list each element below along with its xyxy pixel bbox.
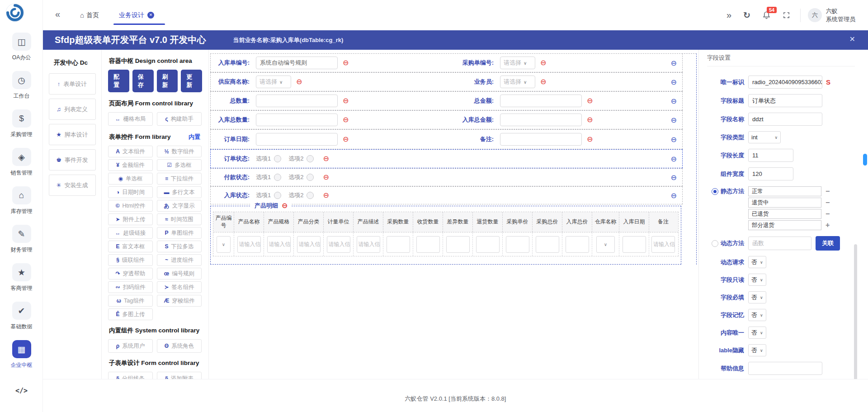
bool-setting-select[interactable]: 否 ∨ [748,309,766,321]
static-option-op-icon[interactable]: − [826,188,830,195]
field-name-input[interactable]: ddzt [748,113,822,126]
remove-field-icon[interactable]: ⊖ [587,136,593,143]
form-control-item[interactable]: ↷ 穿透帮助 [108,268,153,279]
table-cell[interactable] [473,232,503,256]
inbound-total-amount-input[interactable] [500,114,582,126]
cell-input[interactable] [623,236,646,253]
sidebar-item[interactable]: $ 采购管理 [11,109,33,138]
designer-close-icon[interactable]: ✕ [849,35,855,43]
form-control-item[interactable]: ½ 数字组件 [157,146,202,157]
bool-setting-select[interactable]: 否 ∨ [748,327,766,339]
table-cell[interactable] [533,232,562,256]
function-input[interactable]: 函数 [748,237,811,250]
remove-row-icon[interactable]: ⊖ [671,135,677,144]
remove-field-icon[interactable]: ⊖ [323,174,329,181]
refresh-button[interactable]: 刷新 [157,70,178,92]
radio-button[interactable] [274,174,281,181]
layout-item[interactable]: ↔ 栅格布局 [108,112,153,126]
form-control-item[interactable]: あ 文字显示 [157,200,202,212]
table-cell[interactable]: 请输入信息 [264,232,294,256]
inbound-total-qty-input[interactable] [256,114,338,126]
remove-field-icon[interactable]: ⊖ [540,59,546,66]
table-cell[interactable] [383,232,413,256]
table-cell[interactable]: 请输入信息 [324,232,354,256]
total-qty-input[interactable] [256,95,338,107]
form-control-item[interactable]: P 单图组件 [157,227,202,239]
window-scrollbar-thumb[interactable] [863,154,867,166]
static-option-input[interactable]: 已退货 [748,209,821,219]
tab-business-design[interactable]: 业务设计 ✕ [119,0,154,30]
table-cell[interactable]: ∨ [213,232,234,256]
form-row-warehouse-no[interactable]: 入库单编号: 系统自动编号规则 ⊖ 采购单编号: 请选择∨ ⊖ ⊖ [210,53,683,72]
static-method-radio[interactable] [712,188,718,195]
help-info-input[interactable] [748,362,822,375]
tab-home[interactable]: ⌂ 首页 [80,0,99,30]
form-control-item[interactable]: § 级联组件 [108,254,153,266]
dev-center-item[interactable]: ↑ 表单设计 [49,73,96,95]
cell-input[interactable] [387,236,410,253]
form-row-order-date[interactable]: 订单日期: ⊖ 备注: ⊖ ⊖ [210,129,683,149]
table-cell[interactable]: 请输入信息 [649,232,677,256]
code-icon[interactable]: </> [0,387,43,395]
supplier-select[interactable]: 请选择∨ [256,76,291,88]
cell-input[interactable]: ∨ [217,236,231,253]
bool-setting-select[interactable]: 否 ∨ [748,344,766,356]
field-type-select[interactable]: int ∨ [748,131,781,143]
subform-control-item[interactable]: § 分组线条 [108,372,153,379]
sidebar-item[interactable]: ▦ 企业中枢 [11,340,33,369]
sidebar-item[interactable]: ◫ OA办公 [12,33,31,62]
layout-item[interactable]: ς 构建助手 [157,112,202,126]
remove-subtable-icon[interactable]: ⊖ [282,202,288,209]
user-avatar[interactable]: 六 [808,8,822,22]
form-control-item[interactable]: © Html控件 [108,200,153,212]
static-option-input[interactable]: 退货中 [748,198,821,208]
form-control-item[interactable]: ◑ 日期时间 [108,186,153,198]
form-control-item[interactable]: A 文本组件 [108,146,153,157]
component-width-input[interactable]: 120 [748,167,793,180]
dynamic-method-radio[interactable] [712,240,718,247]
panel-scrollbar[interactable] [854,244,857,379]
static-option-input[interactable]: 部分退货 [748,220,821,230]
remove-row-icon[interactable]: ⊖ [671,97,677,105]
bool-setting-select[interactable]: 否 ∨ [748,291,766,303]
cell-input[interactable] [566,236,589,253]
form-control-item[interactable]: ¥ 金额组件 [108,159,153,171]
sidebar-item[interactable]: ✔ 基础数据 [11,302,33,331]
static-option-op-icon[interactable]: − [826,199,830,206]
cell-input[interactable]: 请输入信息 [651,236,675,253]
radio-button[interactable] [307,155,314,162]
form-control-item[interactable]: ω Tag组件 [108,295,153,307]
field-title-input[interactable]: 订单状态 [748,94,822,107]
cell-input[interactable] [506,236,529,253]
cell-input[interactable]: 请输入信息 [327,236,350,253]
sidebar-item[interactable]: ★ 客商管理 [11,263,33,292]
form-control-item[interactable]: S 下拉多选 [157,241,202,252]
expand-tabs-icon[interactable]: » [726,10,731,20]
config-button[interactable]: 配置 [108,70,129,92]
remove-field-icon[interactable]: ⊖ [343,116,349,123]
table-cell[interactable]: 请输入信息 [234,232,264,256]
relate-button[interactable]: 关联 [816,236,840,251]
bool-setting-select[interactable]: 否 ∨ [748,274,766,286]
save-button[interactable]: 保存 [132,70,154,92]
dev-center-item[interactable]: ★ 脚本设计 [49,124,96,145]
form-control-item[interactable]: ≻ 签名组件 [157,281,202,293]
remove-field-icon[interactable]: ⊖ [323,155,329,162]
remove-field-icon[interactable]: ⊖ [587,116,593,123]
remove-field-icon[interactable]: ⊖ [343,97,349,104]
table-cell[interactable] [413,232,443,256]
fullscreen-icon[interactable] [783,11,790,19]
static-option-input[interactable]: 正常 [748,186,821,196]
form-row-total-qty[interactable]: 总数量: ⊖ 总金额: ⊖ ⊖ [210,91,683,110]
subform-control-item[interactable]: § 添加附表 [157,372,202,379]
remove-field-icon[interactable]: ⊖ [343,59,349,66]
cell-input[interactable] [416,236,440,253]
remove-field-icon[interactable]: ⊖ [343,136,349,143]
form-row-supplier[interactable]: 供应商名称: 请选择∨ ⊖ 业务员: 请选择∨ ⊖ ⊖ [210,72,683,91]
form-control-item[interactable]: ≡ 下拉组件 [157,173,202,185]
tab-close-icon[interactable]: ✕ [147,12,154,19]
table-cell[interactable]: ∨ [592,232,619,256]
system-control-item[interactable]: ρ 系统用户 [108,339,153,353]
sidebar-item[interactable]: ◷ 工作台 [12,71,31,100]
system-control-item[interactable]: Θ 系统角色 [157,339,202,353]
